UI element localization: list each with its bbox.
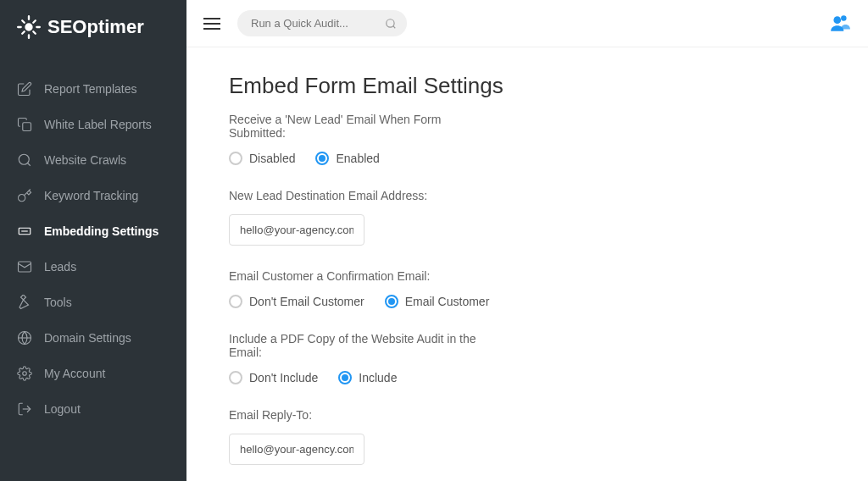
sidebar-item-label: Embedding Settings bbox=[44, 224, 159, 238]
new-lead-radio-group: Disabled Enabled bbox=[229, 152, 826, 165]
embed-icon bbox=[17, 224, 32, 239]
topbar bbox=[186, 0, 868, 47]
hammer-icon bbox=[17, 295, 32, 310]
reply-to-label: Email Reply-To: bbox=[229, 408, 500, 422]
brand-name: SEOptimer bbox=[47, 16, 144, 38]
new-lead-label: Receive a 'New Lead' Email When Form Sub… bbox=[229, 113, 500, 140]
gear-icon bbox=[17, 366, 32, 381]
mail-icon bbox=[17, 259, 32, 274]
sidebar-item-leads[interactable]: Leads bbox=[0, 249, 186, 285]
sidebar-item-embedding-settings[interactable]: Embedding Settings bbox=[0, 213, 186, 249]
radio-label: Enabled bbox=[336, 152, 379, 165]
radio-icon bbox=[229, 152, 242, 165]
search-input[interactable] bbox=[237, 10, 407, 36]
search-icon bbox=[385, 18, 397, 30]
radio-icon bbox=[338, 371, 352, 384]
sidebar-item-tools[interactable]: Tools bbox=[0, 285, 186, 320]
sidebar-item-label: Domain Settings bbox=[44, 331, 131, 345]
svg-point-2 bbox=[19, 154, 29, 164]
sidebar-item-label: Leads bbox=[44, 260, 76, 274]
svg-rect-1 bbox=[23, 123, 31, 131]
svg-point-9 bbox=[23, 372, 27, 376]
main: Embed Form Email Settings Receive a 'New… bbox=[186, 0, 868, 481]
logo[interactable]: SEOptimer bbox=[0, 0, 186, 54]
sidebar-item-my-account[interactable]: My Account bbox=[0, 356, 186, 391]
confirm-dont-radio[interactable]: Don't Email Customer bbox=[229, 295, 364, 308]
sidebar-item-label: Keyword Tracking bbox=[44, 189, 138, 202]
pdf-do-radio[interactable]: Include bbox=[338, 371, 397, 384]
dest-email-label: New Lead Destination Email Address: bbox=[229, 189, 500, 202]
sidebar-item-label: My Account bbox=[44, 367, 105, 380]
svg-point-11 bbox=[387, 19, 394, 26]
sidebar-item-report-templates[interactable]: Report Templates bbox=[0, 71, 186, 107]
logout-icon bbox=[17, 401, 32, 417]
radio-label: Don't Include bbox=[249, 371, 318, 384]
globe-icon bbox=[17, 330, 32, 346]
pdf-dont-radio[interactable]: Don't Include bbox=[229, 371, 318, 384]
pdf-label: Include a PDF Copy of the Website Audit … bbox=[229, 332, 500, 359]
radio-icon bbox=[229, 371, 242, 384]
radio-label: Email Customer bbox=[405, 295, 490, 308]
confirm-radio-group: Don't Email Customer Email Customer bbox=[229, 295, 826, 308]
sidebar-item-label: Website Crawls bbox=[44, 153, 126, 167]
sidebar-item-label: Logout bbox=[44, 402, 81, 416]
hamburger-menu[interactable] bbox=[203, 14, 220, 33]
logo-icon bbox=[17, 15, 41, 39]
radio-label: Don't Email Customer bbox=[249, 295, 364, 308]
reply-to-input[interactable] bbox=[229, 434, 364, 465]
new-lead-disabled-radio[interactable]: Disabled bbox=[229, 152, 295, 165]
nav: Report Templates White Label Reports Web… bbox=[0, 71, 186, 427]
svg-point-13 bbox=[833, 16, 841, 24]
svg-point-14 bbox=[841, 15, 847, 21]
sidebar-item-website-crawls[interactable]: Website Crawls bbox=[0, 142, 186, 178]
edit-icon bbox=[17, 81, 32, 97]
svg-rect-6 bbox=[19, 262, 31, 272]
sidebar-item-white-label-reports[interactable]: White Label Reports bbox=[0, 107, 186, 142]
radio-icon bbox=[229, 295, 242, 308]
svg-point-0 bbox=[26, 25, 32, 30]
confirm-label: Email Customer a Confirmation Email: bbox=[229, 269, 500, 283]
sidebar-item-label: Tools bbox=[44, 296, 72, 309]
radio-label: Disabled bbox=[249, 152, 295, 165]
copy-icon bbox=[17, 117, 32, 132]
svg-line-3 bbox=[27, 163, 30, 165]
sidebar-item-label: White Label Reports bbox=[44, 118, 152, 131]
radio-icon bbox=[315, 152, 329, 165]
search-box bbox=[237, 10, 407, 36]
confirm-do-radio[interactable]: Email Customer bbox=[385, 295, 490, 308]
radio-label: Include bbox=[359, 371, 397, 384]
sidebar-item-logout[interactable]: Logout bbox=[0, 391, 186, 427]
sidebar-item-domain-settings[interactable]: Domain Settings bbox=[0, 320, 186, 356]
users-icon[interactable] bbox=[829, 13, 851, 35]
new-lead-enabled-radio[interactable]: Enabled bbox=[315, 152, 379, 165]
pdf-radio-group: Don't Include Include bbox=[229, 371, 826, 384]
search-icon bbox=[17, 152, 32, 168]
page-title: Embed Form Email Settings bbox=[229, 73, 826, 99]
key-icon bbox=[17, 188, 32, 203]
svg-line-12 bbox=[393, 25, 396, 28]
dest-email-input[interactable] bbox=[229, 214, 364, 246]
sidebar-item-label: Report Templates bbox=[44, 82, 136, 96]
sidebar-item-keyword-tracking[interactable]: Keyword Tracking bbox=[0, 178, 186, 213]
sidebar: SEOptimer Report Templates White Label R… bbox=[0, 0, 186, 481]
content: Embed Form Email Settings Receive a 'New… bbox=[186, 47, 868, 481]
radio-icon bbox=[385, 295, 398, 308]
